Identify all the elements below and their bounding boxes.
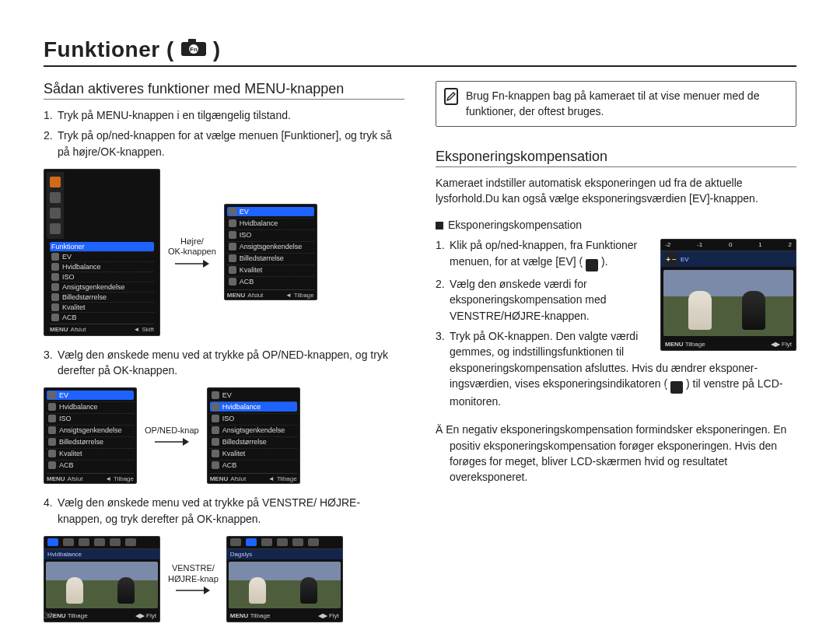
step-1: 1.Tryk på MENU-knappen i en tilgængelig … (44, 107, 404, 123)
menu-item-icon (212, 450, 219, 457)
wb-chip (47, 538, 58, 546)
menu-item-icon (51, 253, 59, 261)
ev-icon (670, 381, 683, 394)
ev-bullet: Eksponeringskompensation (436, 217, 796, 233)
two-column-layout: Sådan aktiveres funktioner med MENU-knap… (44, 81, 796, 633)
pencil-note-icon (444, 88, 458, 105)
menu-item-icon (229, 278, 236, 285)
menu-item-icon (212, 461, 219, 469)
preview-image (663, 270, 793, 336)
svg-text:Fn: Fn (190, 46, 198, 53)
fn-camera-icon: Fn (180, 38, 207, 61)
sidebar-icon (50, 208, 61, 219)
screenshot-wb-auto: Hvidbalance MENU Tilbage◀▶ Flyt (44, 536, 160, 622)
screenshot-menu-sidebar: Funktioner EV Hvidbalance ISO Ansigtsgen… (44, 169, 160, 336)
screenshot-menu-ev: EV Hvidbalance ISO Ansigtsgenkendelse Bi… (224, 204, 317, 300)
arrow-right-3: VENSTRE/HØJRE-knap (168, 563, 219, 594)
menu-item-icon (229, 231, 236, 239)
menu-item-icon (48, 438, 56, 446)
step-2: 2.Tryk på op/ned-knappen for at vælge me… (44, 128, 404, 159)
ev-icon (229, 208, 236, 215)
menu-item-icon (48, 461, 56, 469)
menu-item-icon (229, 243, 236, 250)
manual-page: Funktioner ( Fn ) Sådan aktiveres funkti… (0, 0, 840, 634)
square-bullet-icon (436, 222, 443, 229)
menu-item-icon (48, 415, 56, 422)
ev-intro: Kameraet indstiller automatisk eksponeri… (436, 175, 796, 207)
menu-item-icon (51, 313, 59, 321)
preview-image (46, 562, 158, 608)
menu-item-icon (51, 273, 59, 281)
menu-sidebar (47, 172, 64, 239)
note-box: Brug Fn-knappen bag på kameraet til at v… (436, 81, 796, 127)
right-column: Brug Fn-knappen bag på kameraet til at v… (436, 81, 796, 633)
menu-item-icon (229, 254, 236, 262)
menu-item-icon (48, 426, 56, 434)
ev-icon (586, 259, 598, 271)
arrow-right-2: OP/NED-knap (145, 426, 199, 447)
note-text: Brug Fn-knappen bag på kameraet til at v… (466, 88, 788, 120)
menu-item-icon (212, 403, 219, 411)
step-3: 3.Vælg den ønskede menu ved at trykke på… (44, 347, 404, 379)
ev-scale: -2 -1 0 1 2 (660, 239, 796, 251)
ev-icon (48, 391, 56, 399)
menu-item-icon (229, 219, 236, 227)
ev-disclaimer: Ä En negativ eksponeringskompensation fo… (436, 422, 796, 485)
page-title: Funktioner ( (44, 37, 174, 62)
wb-chip (246, 538, 257, 546)
page-number: 36 (44, 611, 53, 620)
svg-rect-1 (188, 39, 196, 44)
sidebar-icon (50, 192, 61, 203)
menu-item-icon (229, 266, 236, 274)
screenshot-ev-preview: -2 -1 0 1 2 EV MENU Tilbage◀▶ Flyt (660, 239, 796, 351)
menu-item-icon (212, 438, 219, 446)
arrow-right-1: Højre/OK-knappen (168, 236, 216, 268)
sidebar-icon-active (50, 177, 61, 187)
svg-marker-7 (183, 438, 189, 446)
menu-item-icon (51, 283, 59, 291)
screenshot-menu-ev-2: EV Hvidbalance ISO Ansigtsgenkendelse Bi… (44, 387, 137, 484)
ev-icon (665, 253, 677, 265)
figure-row-2: EV Hvidbalance ISO Ansigtsgenkendelse Bi… (44, 387, 404, 484)
menu-item-icon (212, 426, 219, 434)
reference-mark-icon: Ä (436, 423, 443, 436)
screenshot-wb-daylight: Dagslys MENU Tilbage◀▶ Flyt (226, 536, 343, 622)
figure-row-1: Funktioner EV Hvidbalance ISO Ansigtsgen… (44, 169, 404, 336)
sidebar-icon (50, 223, 61, 234)
left-subhead: Sådan aktiveres funktioner med MENU-knap… (44, 81, 404, 100)
menu-item-icon (212, 415, 219, 422)
menu-item-icon (51, 263, 59, 271)
svg-marker-9 (204, 587, 210, 594)
menu-item-icon (51, 293, 59, 301)
left-column: Sådan aktiveres funktioner med MENU-knap… (44, 81, 404, 633)
sidebar-active-label: Funktioner (51, 243, 85, 250)
right-subhead: Eksponeringskompensation (436, 149, 796, 167)
menu-item-icon (51, 303, 59, 311)
menu-item-icon (48, 450, 56, 457)
step-4: 4.Vælg den ønskede menu ved at trykke på… (44, 495, 404, 527)
svg-marker-5 (203, 260, 209, 268)
preview-image (229, 562, 341, 608)
page-title-close: ) (213, 37, 221, 62)
page-title-row: Funktioner ( Fn ) (44, 37, 796, 67)
ev-icon (212, 391, 219, 399)
figure-row-3: Hvidbalance MENU Tilbage◀▶ Flyt VENSTRE/… (44, 536, 404, 622)
screenshot-menu-wb: EV Hvidbalance ISO Ansigtsgenkendelse Bi… (207, 387, 300, 484)
menu-item-icon (48, 403, 56, 411)
